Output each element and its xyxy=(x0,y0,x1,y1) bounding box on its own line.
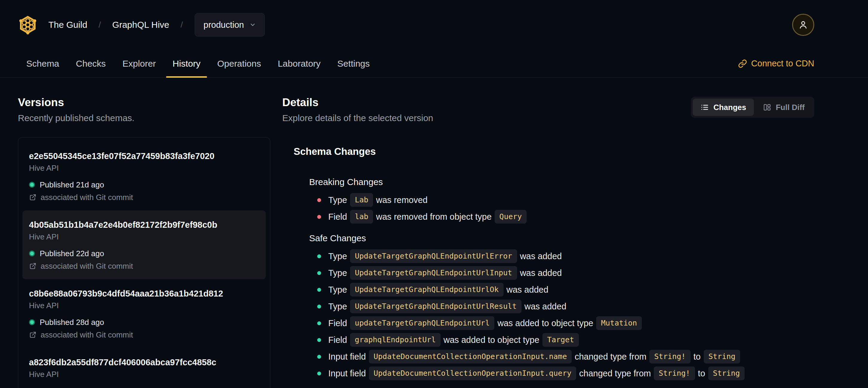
code-chip: String! xyxy=(654,366,695,380)
version-git-link[interactable]: associated with Git commit xyxy=(29,331,259,339)
change-text: changed type from xyxy=(579,368,651,379)
change-text: was added xyxy=(520,251,562,261)
change-text: was added to object type xyxy=(497,318,593,328)
tab-checks[interactable]: Checks xyxy=(67,50,114,78)
list-icon xyxy=(701,103,709,112)
safe-bullet-icon xyxy=(317,288,321,292)
version-git-label: associated with Git commit xyxy=(41,262,133,270)
version-published-label: Published 40d ago xyxy=(40,387,104,388)
change-text: Field xyxy=(328,335,347,345)
breaking-bullet-icon xyxy=(317,198,321,202)
code-chip: UpdateTargetGraphQLEndpointUrlResult xyxy=(350,300,522,313)
version-item[interactable]: c8b6e88a06793b9c4dfd54aaa21b36a1b421d812… xyxy=(22,279,266,348)
schema-changes: Schema Changes Breaking ChangesTypeLabwa… xyxy=(282,146,814,382)
versions-subtitle: Recently published schemas. xyxy=(18,112,270,124)
tab-label: Schema xyxy=(26,59,59,69)
full-diff-button[interactable]: Full Diff xyxy=(755,99,812,116)
safe-bullet-icon xyxy=(317,338,321,342)
details-panel: Details Explore details of the selected … xyxy=(282,96,814,382)
published-dot-icon xyxy=(29,250,35,257)
version-hash: c8b6e88a06793b9c4dfd54aaa21b36a1b421d812 xyxy=(29,288,259,299)
change-row: Input fieldUpdateDocumentCollectionOpera… xyxy=(309,348,814,365)
change-row: FieldupdateTargetGraphQLEndpointUrlwas a… xyxy=(309,315,814,331)
tab-operations[interactable]: Operations xyxy=(209,50,270,78)
tab-label: Checks xyxy=(76,59,106,69)
safe-bullet-icon xyxy=(317,271,321,275)
code-chip: String xyxy=(704,350,740,363)
change-text: Input field xyxy=(328,352,366,362)
change-text: was added xyxy=(525,302,566,311)
view-toggle-label: Changes xyxy=(713,103,746,112)
versions-list: e2e55045345ce13fe07f52a77459b83fa3fe7020… xyxy=(18,137,270,388)
change-text: to xyxy=(693,352,701,362)
code-chip: Lab xyxy=(350,193,373,207)
changes-button[interactable]: Changes xyxy=(693,99,754,116)
change-text: Input field xyxy=(328,368,366,379)
view-toggle: ChangesFull Diff xyxy=(691,97,814,118)
change-text: was removed from object type xyxy=(376,212,492,222)
version-item[interactable]: a823f6db2a55df877dcf406006abca97fcc4858c… xyxy=(22,348,266,388)
code-chip: Mutation xyxy=(596,316,642,330)
breadcrumb-separator: / xyxy=(181,20,183,30)
safe-bullet-icon xyxy=(317,371,321,376)
version-git-label: associated with Git commit xyxy=(41,331,133,339)
safe-bullet-icon xyxy=(317,305,321,308)
change-text: Type xyxy=(328,251,347,261)
tab-laboratory[interactable]: Laboratory xyxy=(270,50,329,78)
change-text: was added to object type xyxy=(443,335,539,345)
link-icon xyxy=(738,59,747,68)
breadcrumb-project[interactable]: GraphQL Hive xyxy=(112,20,169,30)
tab-settings[interactable]: Settings xyxy=(329,50,378,78)
versions-panel: Versions Recently published schemas. e2e… xyxy=(18,96,270,388)
code-chip: UpdateDocumentCollectionOperationInput.q… xyxy=(369,366,576,380)
hive-logo-icon[interactable] xyxy=(18,15,38,35)
person-icon xyxy=(798,20,809,30)
version-hash: e2e55045345ce13fe07f52a77459b83fa3fe7020 xyxy=(29,151,259,161)
details-subtitle: Explore details of the selected version xyxy=(282,112,433,124)
version-item[interactable]: 4b05ab51b1b4a7e2e4b0ef82172f2b9f7ef98c0b… xyxy=(22,210,266,279)
header-row: The Guild / GraphQL Hive / production xyxy=(0,0,868,50)
version-service: Hive API xyxy=(29,232,259,241)
breadcrumb-separator: / xyxy=(99,20,101,30)
change-text: Field xyxy=(328,318,347,328)
tab-schema[interactable]: Schema xyxy=(18,50,67,78)
version-git-link[interactable]: associated with Git commit xyxy=(29,193,259,202)
change-text: changed type from xyxy=(575,352,646,362)
version-published-row: Published 28d ago xyxy=(29,318,259,326)
versions-title: Versions xyxy=(18,96,270,110)
nav-tabs: SchemaChecksExplorerHistoryOperationsLab… xyxy=(18,50,378,78)
version-item[interactable]: e2e55045345ce13fe07f52a77459b83fa3fe7020… xyxy=(22,142,266,210)
target-selector[interactable]: production xyxy=(195,13,265,36)
code-chip: UpdateTargetGraphQLEndpointUrlError xyxy=(350,249,517,263)
code-chip: UpdateTargetGraphQLEndpointUrlInput xyxy=(350,266,517,280)
change-row: TypeUpdateTargetGraphQLEndpointUrlErrorw… xyxy=(309,248,814,265)
change-text: Type xyxy=(328,302,347,311)
change-text: to xyxy=(698,368,705,379)
nav-tabs-row: SchemaChecksExplorerHistoryOperationsLab… xyxy=(0,50,868,78)
change-text: was added xyxy=(520,268,562,278)
change-text: was added xyxy=(506,285,549,295)
external-link-icon xyxy=(29,331,37,339)
top-header: The Guild / GraphQL Hive / production Sc… xyxy=(0,0,868,78)
change-row: TypeUpdateTargetGraphQLEndpointUrlOkwas … xyxy=(309,281,814,298)
version-hash: 4b05ab51b1b4a7e2e4b0ef82172f2b9f7ef98c0b xyxy=(29,219,259,230)
version-git-link[interactable]: associated with Git commit xyxy=(29,262,259,270)
external-link-icon xyxy=(29,193,37,201)
external-link-icon xyxy=(29,262,37,270)
version-service: Hive API xyxy=(29,301,259,310)
columns-icon xyxy=(763,103,771,112)
tab-explorer[interactable]: Explorer xyxy=(114,50,164,78)
schema-changes-title: Schema Changes xyxy=(293,146,814,157)
tab-history[interactable]: History xyxy=(164,50,209,78)
breadcrumb-org[interactable]: The Guild xyxy=(49,20,87,30)
connect-to-cdn-button[interactable]: Connect to CDN xyxy=(738,50,814,78)
change-sections: Breaking ChangesTypeLabwas removedFieldl… xyxy=(282,177,814,382)
code-chip: String! xyxy=(649,350,690,363)
user-avatar[interactable] xyxy=(792,14,814,36)
code-chip: UpdateTargetGraphQLEndpointUrlOk xyxy=(350,283,504,297)
version-git-label: associated with Git commit xyxy=(41,193,133,202)
chevron-down-icon xyxy=(249,22,256,28)
change-section-breaking: Breaking ChangesTypeLabwas removedFieldl… xyxy=(309,177,814,225)
target-selector-value: production xyxy=(204,20,244,30)
change-text: was removed xyxy=(376,195,427,205)
